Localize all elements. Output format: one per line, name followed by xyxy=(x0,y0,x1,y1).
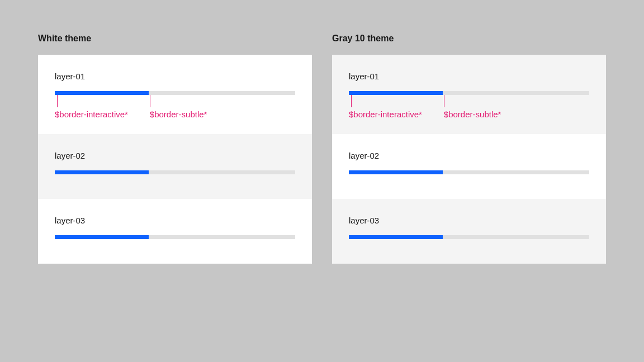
annotation-tick xyxy=(57,95,58,107)
annotation-subtle: $border-subtle* xyxy=(150,109,207,119)
white-theme-card: layer-01 $border-interactive* $border-su… xyxy=(38,55,312,264)
annotation-tick xyxy=(150,95,150,107)
progress-track xyxy=(349,170,589,174)
theme-columns: White theme layer-01 $border-interactive… xyxy=(38,34,606,264)
white-theme-column: White theme layer-01 $border-interactive… xyxy=(38,34,312,264)
progress-track xyxy=(55,91,295,95)
progress-track xyxy=(55,235,295,239)
layer-label: layer-01 xyxy=(349,72,589,81)
white-layer-01-section: layer-01 $border-interactive* $border-su… xyxy=(38,55,312,134)
layer-label: layer-03 xyxy=(55,216,295,225)
layer-label: layer-02 xyxy=(55,151,295,160)
annotation-interactive: $border-interactive* xyxy=(55,109,128,119)
progress-fill xyxy=(55,91,149,95)
theme-title-gray10: Gray 10 theme xyxy=(332,34,606,44)
gray10-theme-card: layer-01 $border-interactive* $border-su… xyxy=(332,55,606,264)
gray10-layer-03-section: layer-03 xyxy=(332,199,606,264)
annotation-tick xyxy=(351,95,352,107)
token-annotations: $border-interactive* $border-subtle* xyxy=(349,95,589,121)
white-layer-02-section: layer-02 xyxy=(38,134,312,199)
layer-label: layer-03 xyxy=(349,216,589,225)
progress-fill xyxy=(55,235,149,239)
gray10-layer-01-section: layer-01 $border-interactive* $border-su… xyxy=(332,55,606,134)
annotation-tick xyxy=(444,95,444,107)
progress-track xyxy=(349,91,589,95)
progress-fill xyxy=(349,235,443,239)
layer-label: layer-01 xyxy=(55,72,295,81)
layer-label: layer-02 xyxy=(349,151,589,160)
theme-title-white: White theme xyxy=(38,34,312,44)
progress-fill xyxy=(349,91,443,95)
gray10-layer-02-section: layer-02 xyxy=(332,134,606,199)
annotation-subtle: $border-subtle* xyxy=(444,109,501,119)
gray10-theme-column: Gray 10 theme layer-01 $border-interacti… xyxy=(332,34,606,264)
annotation-interactive: $border-interactive* xyxy=(349,109,422,119)
progress-track xyxy=(55,170,295,174)
token-annotations: $border-interactive* $border-subtle* xyxy=(55,95,295,121)
progress-track xyxy=(349,235,589,239)
progress-fill xyxy=(349,170,443,174)
progress-fill xyxy=(55,170,149,174)
white-layer-03-section: layer-03 xyxy=(38,199,312,264)
